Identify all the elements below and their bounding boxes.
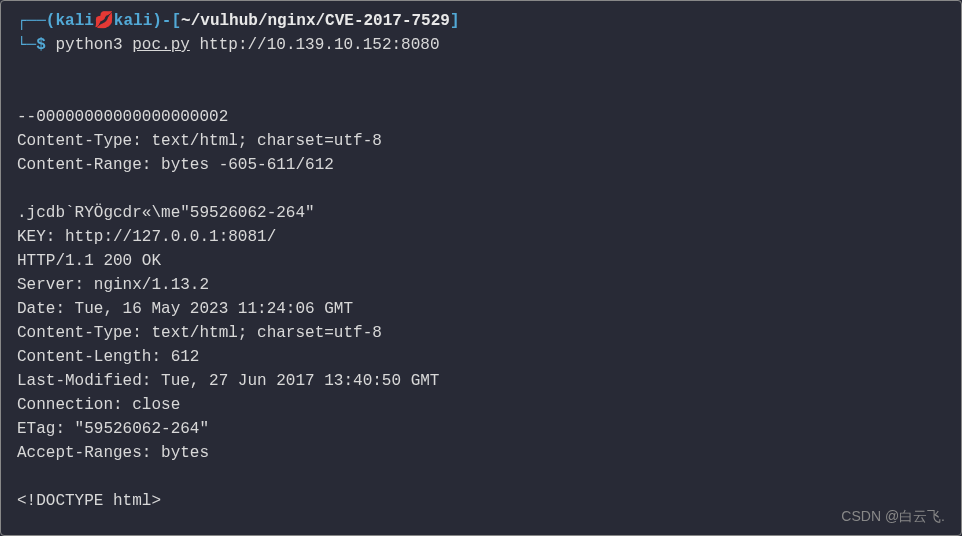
paren-open: ( bbox=[46, 12, 56, 30]
output-line: KEY: http://127.0.0.1:8081/ bbox=[17, 225, 945, 249]
paren-close: ) bbox=[152, 12, 162, 30]
output-line bbox=[17, 177, 945, 201]
output-line bbox=[17, 81, 945, 105]
output-line: HTTP/1.1 200 OK bbox=[17, 249, 945, 273]
lips-icon: 💋 bbox=[94, 12, 114, 30]
cwd-path: /vulhub/nginx/CVE-2017-7529 bbox=[191, 12, 450, 30]
output-line: --00000000000000000002 bbox=[17, 105, 945, 129]
dollar-sign: $ bbox=[36, 36, 46, 54]
dash: - bbox=[162, 12, 172, 30]
output-line: .jcdb`RYÖgcdr«\me"59526062-264" bbox=[17, 201, 945, 225]
output-line: Date: Tue, 16 May 2023 11:24:06 GMT bbox=[17, 297, 945, 321]
box-char-bottom: └─ bbox=[17, 36, 36, 54]
output-line: Content-Type: text/html; charset=utf-8 bbox=[17, 129, 945, 153]
output-line: Content-Length: 612 bbox=[17, 345, 945, 369]
prompt-line-2[interactable]: └─$ python3 poc.py http://10.139.10.152:… bbox=[17, 33, 945, 57]
prompt-line-1: ┌──(kali💋kali)-[~/vulhub/nginx/CVE-2017-… bbox=[17, 9, 945, 33]
output-line bbox=[17, 465, 945, 489]
terminal-output: --00000000000000000002 Content-Type: tex… bbox=[17, 57, 945, 513]
output-line: Content-Range: bytes -605-611/612 bbox=[17, 153, 945, 177]
script-name: poc.py bbox=[132, 36, 190, 54]
output-line: ETag: "59526062-264" bbox=[17, 417, 945, 441]
user-1: kali bbox=[55, 12, 93, 30]
watermark: CSDN @白云飞. bbox=[841, 506, 945, 527]
bracket-open: [ bbox=[171, 12, 181, 30]
output-line: Content-Type: text/html; charset=utf-8 bbox=[17, 321, 945, 345]
user-2: kali bbox=[114, 12, 152, 30]
tilde: ~ bbox=[181, 12, 191, 30]
bracket-close: ] bbox=[450, 12, 460, 30]
command: python3 bbox=[55, 36, 122, 54]
output-line: Server: nginx/1.13.2 bbox=[17, 273, 945, 297]
output-line: Accept-Ranges: bytes bbox=[17, 441, 945, 465]
url-arg: http://10.139.10.152:8080 bbox=[199, 36, 439, 54]
output-line bbox=[17, 57, 945, 81]
box-char-top: ┌── bbox=[17, 12, 46, 30]
output-line: Connection: close bbox=[17, 393, 945, 417]
output-line: <!DOCTYPE html> bbox=[17, 489, 945, 513]
output-line: Last-Modified: Tue, 27 Jun 2017 13:40:50… bbox=[17, 369, 945, 393]
